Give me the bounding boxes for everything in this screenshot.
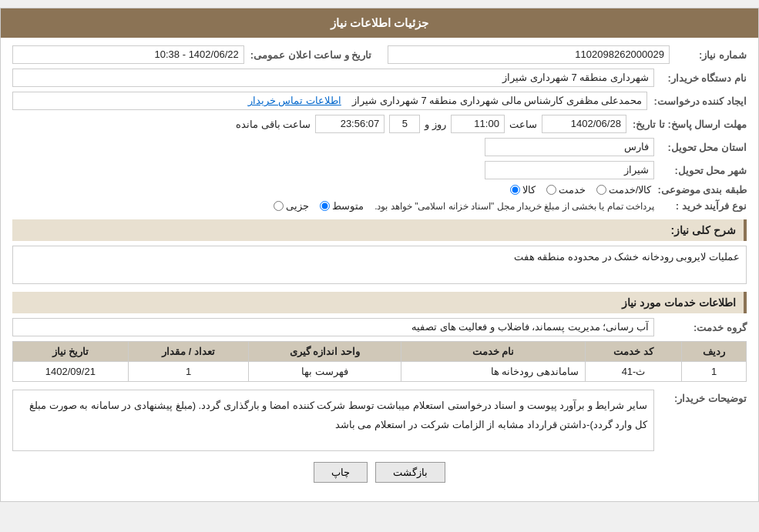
service-group-label: گروه خدمت: (654, 322, 747, 333)
col-date: تاریخ نیاز (13, 342, 129, 362)
deadline-remaining: 23:56:07 (315, 115, 385, 133)
service-group-value: آب رسانی؛ مدیریت پسماند، فاضلاب و فعالیت… (12, 318, 654, 336)
category-kala-khedmat[interactable]: کالا/خدمت (596, 184, 652, 196)
col-quantity: تعداد / مقدار (128, 342, 249, 362)
table-row: 1 ث-41 ساماندهی رودخانه ها فهرست بها 1 1… (13, 362, 747, 382)
need-description-section: شرح کلی نیاز: (12, 219, 747, 241)
deadline-time-label: ساعت (509, 119, 537, 130)
province-label: استان محل تحویل: (654, 142, 747, 153)
deadline-remaining-label: ساعت باقی مانده (236, 119, 311, 130)
purchase-type-motavaset[interactable]: متوسط (320, 200, 364, 212)
cell-service-code: ث-41 (585, 362, 681, 382)
buyer-notes-value: سایر شرایط و برآورد پیوست و اسناد درخواس… (12, 390, 654, 451)
col-row-num: ردیف (682, 342, 747, 362)
requester-label: ایجاد کننده درخواست: (647, 95, 747, 107)
buyer-notes-label: توضیحات خریدار: (654, 390, 747, 404)
page-title: جزئیات اطلاعات نیاز (1, 8, 758, 38)
action-buttons: بازگشت چاپ (12, 462, 747, 483)
purchase-type-note: پرداخت تمام یا بخشی از مبلغ خریدار مجل "… (374, 201, 654, 212)
col-unit: واحد اندازه گیری (249, 342, 401, 362)
buyer-org-value: شهرداری منطقه 7 شهرداری شیراز (12, 69, 654, 87)
province-value: فارس (485, 138, 654, 156)
cell-service-name: ساماندهی رودخانه ها (401, 362, 585, 382)
purchase-type-jozi[interactable]: جزیی (274, 200, 309, 212)
deadline-days: 5 (389, 115, 420, 133)
category-options: کالا خدمت کالا/خدمت (12, 184, 651, 196)
category-kala[interactable]: کالا (510, 184, 536, 196)
purchase-type-label: نوع فرآیند خرید : (654, 200, 747, 212)
contact-link[interactable]: اطلاعات تماس خریدار (248, 95, 341, 106)
cell-unit: فهرست بها (249, 362, 401, 382)
city-value: شیراز (485, 161, 654, 179)
deadline-date: 1402/06/28 (542, 115, 626, 133)
need-number-value: 1102098262000029 (388, 45, 670, 64)
services-section-header: اطلاعات خدمات مورد نیاز (12, 292, 747, 313)
print-button[interactable]: چاپ (314, 462, 368, 483)
cell-row-num: 1 (682, 362, 747, 382)
deadline-label: مهلت ارسال پاسخ: تا تاریخ: (626, 119, 747, 130)
deadline-time: 11:00 (451, 115, 505, 133)
announcement-date-value: 1402/06/22 - 10:38 (12, 45, 244, 64)
cell-quantity: 1 (128, 362, 249, 382)
category-label: طبقه بندی موضوعی: (651, 184, 747, 196)
service-table: ردیف کد خدمت نام خدمت واحد اندازه گیری ت… (12, 341, 747, 382)
deadline-days-label: روز و (425, 119, 446, 130)
announcement-date-label: تاریخ و ساعت اعلان عمومی: (244, 49, 372, 61)
need-number-label: شماره نیاز: (670, 49, 747, 61)
col-service-name: نام خدمت (401, 342, 585, 362)
cell-date: 1402/09/21 (13, 362, 129, 382)
requester-value: محمدعلی مظفری کارشناس مالی شهرداری منطقه… (12, 92, 647, 110)
need-description-value: عملیات لایروبی رودخانه خشک در محدوده منط… (12, 246, 747, 284)
col-service-code: کد خدمت (585, 342, 681, 362)
buyer-org-label: نام دستگاه خریدار: (654, 72, 747, 84)
city-label: شهر محل تحویل: (654, 165, 747, 176)
category-khedmat[interactable]: خدمت (546, 184, 586, 196)
back-button[interactable]: بازگشت (375, 462, 445, 483)
